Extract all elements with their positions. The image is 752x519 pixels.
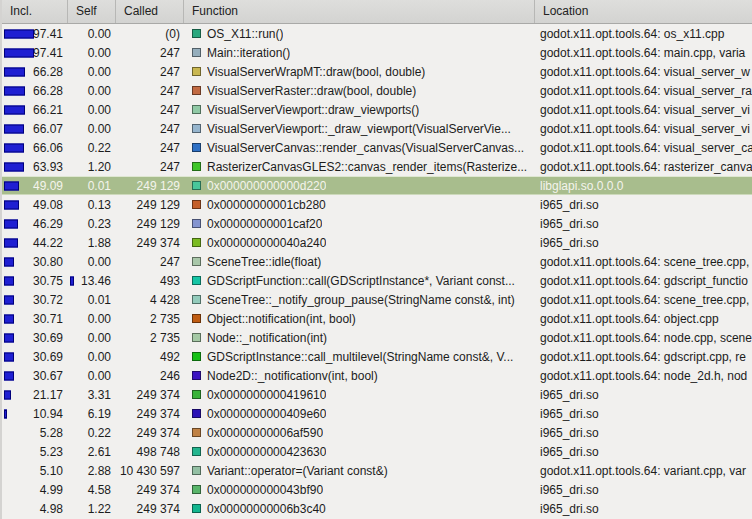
self-value: 0.00 [88,331,111,345]
function-name: Node2D::_notificationv(int, bool) [207,369,378,383]
function-name: 0x0000000000409e60 [207,407,326,421]
function-cell: 0x0000000000409e60 [184,407,535,421]
function-cell: 0x000000000040a240 [184,236,535,250]
function-type-icon [192,124,201,133]
table-row[interactable]: 30.690.00492GDScriptInstance::call_multi… [2,347,752,366]
table-row[interactable]: 5.280.22249 3740x00000000006af590i965_dr… [2,423,752,442]
function-cell: VisualServerRaster::draw(bool, double) [184,84,535,98]
function-type-icon [192,181,201,190]
table-row[interactable]: 30.7513.46493GDScriptFunction::call(GDSc… [2,271,752,290]
location-text: godot.x11.opt.tools.64: visual_server_ra [535,84,752,98]
table-row[interactable]: 66.280.00247VisualServerRaster::draw(boo… [2,81,752,100]
self-cell: 0.01 [68,293,116,307]
self-cell: 0.00 [68,331,116,345]
table-row[interactable]: 30.720.014 428SceneTree::_notify_group_p… [2,290,752,309]
incl-cell: 30.71 [2,312,68,326]
function-name: VisualServerViewport::draw_viewports() [207,103,419,117]
incl-cost-bar [4,162,24,171]
table-row[interactable]: 5.102.8810 430 597Variant::operator=(Var… [2,461,752,480]
self-value: 0.00 [88,84,111,98]
function-type-icon [192,219,201,228]
table-row[interactable]: 10.946.19249 3740x0000000000409e60i965_d… [2,404,752,423]
column-header-self[interactable]: Self [68,0,116,23]
incl-cost-bar [4,409,7,418]
location-text: godot.x11.opt.tools.64: scene_tree.cpp, [535,293,752,307]
table-row[interactable]: 49.080.13249 1290x00000000001cb280i965_d… [2,195,752,214]
table-row[interactable]: 30.800.00247SceneTree::idle(float)godot.… [2,252,752,271]
self-cell: 0.00 [68,255,116,269]
self-cell: 6.19 [68,407,116,421]
table-row[interactable]: 97.410.00(0)OS_X11::run()godot.x11.opt.t… [2,24,752,43]
location-text: godot.x11.opt.tools.64: gdscript_functio [535,274,752,288]
incl-cell: 30.69 [2,350,68,364]
self-cell: 0.00 [68,65,116,79]
column-header-function[interactable]: Function [184,0,535,23]
function-name: Node::_notification(int) [207,331,327,345]
called-value: 247 [116,255,184,269]
function-type-icon [192,390,201,399]
table-row[interactable]: 44.221.88249 3740x000000000040a240i965_d… [2,233,752,252]
incl-cell: 44.22 [2,236,68,250]
incl-cell: 49.09 [2,179,68,193]
function-cell: 0x00000000006af590 [184,426,535,440]
incl-value: 4.99 [40,483,63,497]
called-value: 249 374 [116,236,184,250]
incl-cell: 4.99 [2,483,68,497]
table-row[interactable]: 30.690.002 735Node::_notification(int)go… [2,328,752,347]
self-cell: 2.61 [68,445,116,459]
incl-cost-bar [4,29,34,38]
table-row[interactable]: 46.290.23249 1290x00000000001caf20i965_d… [2,214,752,233]
called-value: 246 [116,369,184,383]
table-row[interactable]: 66.060.22247VisualServerCanvas::render_c… [2,138,752,157]
incl-cost-bar [4,333,14,342]
function-name: 0x0000000000423630 [207,445,326,459]
table-row[interactable]: 5.232.61498 7480x0000000000423630i965_dr… [2,442,752,461]
column-header-incl[interactable]: Incl. [2,0,68,23]
table-row[interactable]: 30.710.002 735Object::notification(int, … [2,309,752,328]
function-type-icon [192,371,201,380]
incl-cell: 46.29 [2,217,68,231]
function-type-icon [192,257,201,266]
self-cell: 0.01 [68,179,116,193]
location-text: godot.x11.opt.tools.64: visual_server_ca [535,141,752,155]
function-cell: 0x00000000001cb280 [184,198,535,212]
table-row[interactable]: 30.670.00246Node2D::_notificationv(int, … [2,366,752,385]
table-row[interactable]: 63.931.20247RasterizerCanvasGLES2::canva… [2,157,752,176]
self-cell: 0.00 [68,350,116,364]
called-value: 249 374 [116,426,184,440]
table-row[interactable]: 97.410.00247Main::iteration()godot.x11.o… [2,43,752,62]
incl-cell: 5.10 [2,464,68,478]
function-type-icon [192,409,201,418]
location-text: godot.x11.opt.tools.64: visual_server_w [535,65,752,79]
incl-value: 66.21 [33,103,63,117]
incl-cost-bar [4,200,19,209]
function-cell: Main::iteration() [184,46,535,60]
self-cell: 0.00 [68,103,116,117]
called-value: 247 [116,103,184,117]
table-row[interactable]: 21.173.31249 3740x0000000000419610i965_d… [2,385,752,404]
table-row[interactable]: 4.981.22249 3740x00000000006b3c40i965_dr… [2,499,752,518]
column-header-called[interactable]: Called [116,0,184,23]
function-type-icon [192,162,201,171]
function-name: SceneTree::_notify_group_pause(StringNam… [207,293,515,307]
incl-cell: 66.28 [2,84,68,98]
table-row[interactable]: 4.994.58249 3740x000000000043bf90i965_dr… [2,480,752,499]
incl-cost-bar [4,219,18,228]
incl-cell: 30.67 [2,369,68,383]
table-header: Incl. Self Called Function Location [2,0,752,24]
table-row[interactable]: 66.070.00247VisualServerViewport::_draw_… [2,119,752,138]
called-value: 247 [116,122,184,136]
called-value: 247 [116,84,184,98]
function-cell: VisualServerViewport::draw_viewports() [184,103,535,117]
table-row[interactable]: 66.280.00247VisualServerWrapMT::draw(boo… [2,62,752,81]
table-row[interactable]: 49.090.01249 1290x000000000000d220libgla… [2,176,752,195]
location-text: godot.x11.opt.tools.64: rasterizer_canva [535,160,752,174]
table-row[interactable]: 66.210.00247VisualServerViewport::draw_v… [2,100,752,119]
called-value: 10 430 597 [116,464,184,478]
self-cell: 3.31 [68,388,116,402]
called-value: 498 748 [116,445,184,459]
column-header-location[interactable]: Location [535,0,752,23]
self-value: 0.00 [88,369,111,383]
self-value: 4.58 [88,483,111,497]
function-cell: Node::_notification(int) [184,331,535,345]
